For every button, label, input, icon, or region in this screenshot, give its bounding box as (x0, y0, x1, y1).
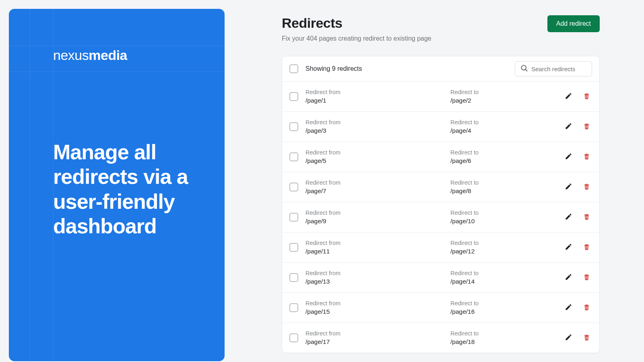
edit-button[interactable] (563, 241, 574, 253)
trash-icon (583, 92, 590, 101)
delete-button[interactable] (581, 332, 592, 344)
edit-button[interactable] (563, 211, 574, 223)
redirect-to-label: Redirect to (450, 330, 563, 337)
trash-icon (583, 243, 590, 252)
redirect-to-value: /page/18 (450, 338, 563, 346)
table-row: Redirect from/page/7Redirect to/page/8 (282, 172, 599, 202)
delete-button[interactable] (581, 121, 592, 133)
delete-button[interactable] (581, 181, 592, 193)
redirect-to-value: /page/10 (450, 218, 563, 225)
showing-count: Showing 9 redirects (305, 65, 515, 72)
row-actions (563, 151, 592, 163)
table-row: Redirect from/page/1Redirect to/page/2 (282, 81, 599, 111)
delete-button[interactable] (581, 241, 592, 253)
redirect-from-value: /page/5 (305, 157, 450, 165)
edit-button[interactable] (563, 272, 574, 284)
select-all-checkbox[interactable] (289, 64, 298, 73)
table-header-row: Showing 9 redirects (282, 56, 599, 81)
redirect-to-cell: Redirect to/page/8 (450, 179, 563, 195)
redirect-from-label: Redirect from (305, 149, 450, 156)
brand-logo-bold: media (89, 47, 127, 63)
edit-button[interactable] (563, 90, 574, 103)
redirect-from-cell: Redirect from/page/7 (305, 179, 450, 195)
row-actions (563, 272, 592, 284)
svg-line-1 (526, 70, 527, 71)
redirect-to-value: /page/14 (450, 278, 563, 285)
pencil-icon (565, 152, 572, 161)
row-actions (563, 121, 592, 133)
table-row: Redirect from/page/3Redirect to/page/4 (282, 111, 599, 142)
row-actions (563, 90, 592, 103)
table-row: Redirect from/page/5Redirect to/page/6 (282, 142, 599, 172)
pencil-icon (565, 303, 572, 312)
pencil-icon (565, 183, 572, 191)
pencil-icon (565, 122, 572, 131)
redirect-to-value: /page/4 (450, 127, 563, 134)
search-input[interactable] (531, 66, 587, 72)
row-checkbox[interactable] (289, 152, 298, 161)
delete-button[interactable] (581, 272, 592, 284)
redirect-from-value: /page/13 (305, 278, 450, 285)
page-title: Redirects (282, 15, 431, 31)
table-row: Redirect from/page/13Redirect to/page/14 (282, 262, 599, 292)
redirects-table: Showing 9 redirects Redirect from/page/1… (282, 56, 600, 353)
pencil-icon (565, 333, 572, 342)
redirect-to-label: Redirect to (450, 210, 563, 216)
row-checkbox[interactable] (289, 333, 298, 342)
delete-button[interactable] (581, 302, 592, 314)
trash-icon (583, 122, 590, 131)
delete-button[interactable] (581, 90, 592, 103)
row-checkbox[interactable] (289, 92, 298, 101)
redirect-from-label: Redirect from (305, 210, 450, 216)
delete-button[interactable] (581, 211, 592, 223)
edit-button[interactable] (563, 121, 574, 133)
redirect-from-value: /page/9 (305, 218, 450, 225)
redirect-from-cell: Redirect from/page/13 (305, 270, 450, 285)
add-redirect-button[interactable]: Add redirect (547, 15, 600, 32)
page-header: Redirects Fix your 404 pages creating re… (282, 15, 600, 42)
redirect-to-cell: Redirect to/page/4 (450, 119, 563, 134)
redirect-to-cell: Redirect to/page/10 (450, 210, 563, 225)
main-content: Redirects Fix your 404 pages creating re… (225, 0, 644, 362)
brand-logo: nexusmedia (53, 47, 127, 63)
redirect-to-label: Redirect to (450, 300, 563, 306)
trash-icon (583, 303, 590, 312)
redirect-from-cell: Redirect from/page/9 (305, 210, 450, 225)
page-subtitle: Fix your 404 pages creating redirect to … (282, 35, 431, 42)
row-checkbox[interactable] (289, 122, 298, 131)
redirect-to-label: Redirect to (450, 119, 563, 125)
row-checkbox[interactable] (289, 183, 298, 191)
trash-icon (583, 213, 590, 222)
pencil-icon (565, 213, 572, 222)
row-checkbox[interactable] (289, 243, 298, 252)
edit-button[interactable] (563, 151, 574, 163)
redirect-to-value: /page/16 (450, 308, 563, 315)
redirect-from-cell: Redirect from/page/1 (305, 89, 450, 104)
row-actions (563, 302, 592, 314)
redirect-from-value: /page/11 (305, 248, 450, 255)
redirect-to-cell: Redirect to/page/12 (450, 240, 563, 255)
edit-button[interactable] (563, 302, 574, 314)
redirect-to-cell: Redirect to/page/2 (450, 89, 563, 104)
edit-button[interactable] (563, 181, 574, 193)
row-checkbox[interactable] (289, 213, 298, 222)
redirect-from-label: Redirect from (305, 270, 450, 276)
row-checkbox[interactable] (289, 273, 298, 282)
brand-logo-thin: nexus (53, 47, 89, 63)
trash-icon (583, 333, 590, 342)
row-checkbox[interactable] (289, 303, 298, 312)
trash-icon (583, 152, 590, 161)
redirect-to-cell: Redirect to/page/16 (450, 300, 563, 315)
delete-button[interactable] (581, 151, 592, 163)
table-row: Redirect from/page/17Redirect to/page/18 (282, 323, 599, 353)
redirect-from-value: /page/15 (305, 308, 450, 315)
redirect-to-cell: Redirect to/page/14 (450, 270, 563, 285)
redirect-to-label: Redirect to (450, 270, 563, 276)
redirect-from-value: /page/7 (305, 187, 450, 195)
promo-panel: nexusmedia Manage all redirects via a us… (9, 9, 225, 361)
search-field[interactable] (515, 61, 592, 76)
edit-button[interactable] (563, 332, 574, 344)
redirect-to-value: /page/6 (450, 157, 563, 165)
search-icon (520, 64, 528, 74)
redirect-from-label: Redirect from (305, 300, 450, 306)
